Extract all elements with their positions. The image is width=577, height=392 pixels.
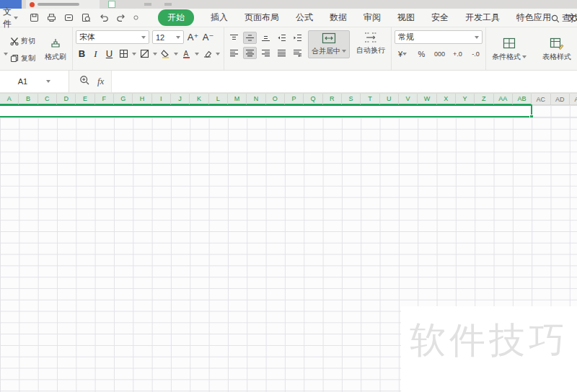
align-center-button[interactable] xyxy=(243,47,257,59)
column-header[interactable]: J xyxy=(171,94,190,105)
selection-rectangle[interactable] xyxy=(0,104,532,117)
align-bottom-button[interactable] xyxy=(259,32,273,44)
bold-button[interactable]: B xyxy=(76,48,88,60)
conditional-format-button[interactable]: 条件格式 xyxy=(489,30,529,68)
column-header[interactable]: R xyxy=(323,94,342,105)
search-control[interactable]: 查找 xyxy=(551,12,577,24)
column-header[interactable]: V xyxy=(399,94,418,105)
number-format-select[interactable]: 常规 xyxy=(395,30,483,44)
column-header[interactable]: AB xyxy=(513,94,532,105)
column-header[interactable]: Y xyxy=(456,94,475,105)
decrease-decimal-button[interactable]: -.0 xyxy=(469,48,483,60)
align-left-button[interactable] xyxy=(227,47,241,59)
cell-grid[interactable]: 软件技巧 xyxy=(0,117,577,392)
column-header[interactable]: L xyxy=(209,94,228,105)
increase-decimal-button[interactable]: +.0 xyxy=(451,48,464,60)
distribute-button[interactable] xyxy=(291,47,304,59)
fill-color-button[interactable] xyxy=(159,48,172,60)
paste-button-clipped[interactable] xyxy=(3,30,8,68)
zoom-function-button[interactable] xyxy=(79,75,90,89)
column-header[interactable]: S xyxy=(342,94,361,105)
column-header[interactable]: T xyxy=(361,94,379,105)
new-tab-button[interactable] xyxy=(108,1,115,8)
font-color-button[interactable]: A xyxy=(180,48,193,60)
column-header[interactable]: D xyxy=(57,94,76,105)
column-header[interactable]: X xyxy=(437,94,456,105)
name-box[interactable]: A1 xyxy=(0,71,69,92)
table-style-button[interactable]: 表格样式 xyxy=(539,30,574,68)
ribbon-tab[interactable]: 审阅 xyxy=(364,12,381,24)
thousand-separator-button[interactable]: 000 xyxy=(433,48,446,60)
column-header[interactable]: H xyxy=(133,94,151,105)
ribbon-tab[interactable]: 公式 xyxy=(296,12,313,24)
wrap-text-button[interactable]: 自动换行 xyxy=(353,30,388,57)
increase-indent-button[interactable] xyxy=(291,32,304,44)
column-header[interactable]: P xyxy=(285,94,304,105)
align-middle-button[interactable] xyxy=(243,32,257,44)
currency-format-button[interactable]: ¥ xyxy=(395,48,410,60)
italic-button[interactable]: I xyxy=(89,48,102,60)
chevron-down-icon[interactable] xyxy=(195,53,199,55)
chevron-down-icon[interactable] xyxy=(174,53,178,55)
decrease-indent-button[interactable] xyxy=(275,32,288,44)
column-header[interactable]: M xyxy=(228,94,247,105)
column-header[interactable]: K xyxy=(190,94,208,105)
column-header[interactable]: Z xyxy=(475,94,493,105)
chevron-down-icon[interactable] xyxy=(216,53,220,55)
increase-font-button[interactable]: A⁺ xyxy=(187,31,199,43)
column-header[interactable]: AE xyxy=(570,94,577,105)
ribbon-tab[interactable]: 视图 xyxy=(397,12,415,24)
font-name-select[interactable]: 宋体 xyxy=(76,30,149,44)
justify-button[interactable] xyxy=(275,47,288,59)
column-header[interactable]: F xyxy=(95,94,114,105)
underline-button[interactable]: U xyxy=(103,48,115,60)
column-header[interactable]: I xyxy=(152,94,171,105)
column-header[interactable]: A xyxy=(0,94,19,105)
ribbon-tab[interactable]: 安全 xyxy=(431,12,449,24)
ribbon-tab[interactable]: 页面布局 xyxy=(245,12,279,24)
ribbon-tab[interactable]: 开发工具 xyxy=(465,12,500,24)
save-button[interactable] xyxy=(28,12,40,24)
column-header[interactable]: G xyxy=(114,94,133,105)
percent-format-button[interactable]: % xyxy=(415,48,428,60)
column-header[interactable]: U xyxy=(380,94,399,105)
decrease-font-button[interactable]: A⁻ xyxy=(202,31,214,43)
column-header[interactable]: C xyxy=(38,94,57,105)
print-preview-button[interactable] xyxy=(80,12,92,24)
ribbon-tab[interactable]: 插入 xyxy=(211,12,228,24)
customize-toolbar-button[interactable] xyxy=(132,12,139,24)
ribbon-tab[interactable]: 开始 xyxy=(158,9,194,26)
document-tab[interactable] xyxy=(26,0,100,9)
column-header[interactable]: AD xyxy=(551,94,570,105)
clear-format-button[interactable] xyxy=(201,48,214,60)
column-header[interactable]: B xyxy=(19,94,38,105)
file-menu-button[interactable]: 文件 xyxy=(0,9,22,27)
ribbon-tab[interactable]: 数据 xyxy=(330,12,347,24)
insert-function-button[interactable]: fx xyxy=(97,76,104,87)
column-header[interactable]: W xyxy=(418,94,436,105)
redo-button[interactable] xyxy=(115,12,127,24)
ribbon-tab[interactable]: 特色应用 xyxy=(516,12,551,24)
draw-border-button[interactable] xyxy=(138,48,151,60)
copy-button[interactable]: 复制 xyxy=(8,52,38,65)
print-button[interactable] xyxy=(45,12,58,24)
font-size-select[interactable]: 12 xyxy=(152,30,184,44)
export-pdf-button[interactable] xyxy=(63,12,75,24)
column-header[interactable]: AA xyxy=(494,94,513,105)
column-header[interactable]: O xyxy=(266,94,285,105)
column-header[interactable]: N xyxy=(247,94,265,105)
undo-button[interactable] xyxy=(97,12,110,24)
chevron-down-icon[interactable] xyxy=(132,53,136,55)
column-header[interactable]: Q xyxy=(304,94,322,105)
column-header[interactable]: AC xyxy=(532,94,550,105)
row-1[interactable] xyxy=(0,105,577,117)
cut-button[interactable]: 剪切 xyxy=(8,35,38,48)
align-top-button[interactable] xyxy=(227,32,241,44)
chevron-down-icon[interactable] xyxy=(153,53,157,55)
column-header[interactable]: E xyxy=(76,94,94,105)
align-right-button[interactable] xyxy=(259,47,273,59)
format-painter-button[interactable]: 格式刷 xyxy=(42,30,69,68)
formula-input[interactable] xyxy=(111,71,577,92)
borders-button[interactable] xyxy=(117,48,131,60)
merge-center-button[interactable]: 合并居中 xyxy=(308,30,350,58)
